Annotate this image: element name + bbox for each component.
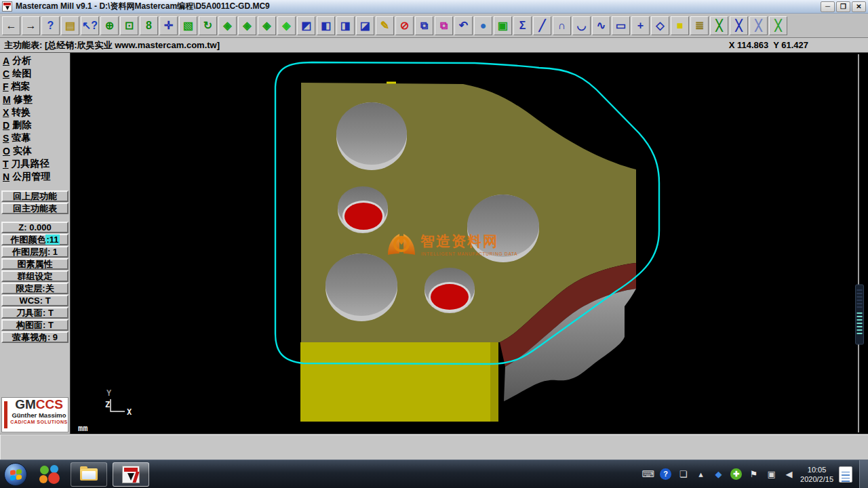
trim-two-icon-button[interactable]: ╳ xyxy=(730,16,748,35)
start-button[interactable] xyxy=(4,463,27,486)
hole-mid-left-red[interactable] xyxy=(338,186,388,233)
gview-cube-4-icon-button[interactable]: ◈ xyxy=(277,16,296,35)
notes-tray-icon[interactable] xyxy=(839,466,852,483)
menu-item-x[interactable]: X转换 xyxy=(0,106,70,119)
backup-menu-button[interactable]: 回上层功能 xyxy=(1,190,68,202)
menu-item-m[interactable]: M修整 xyxy=(0,93,70,106)
restore-button[interactable]: ❐ xyxy=(836,1,850,12)
repaint-icon-button[interactable]: ▧ xyxy=(179,16,197,35)
setting-button-8[interactable]: 构图面: T xyxy=(1,319,68,331)
gview-cube-3-icon-button[interactable]: ◈ xyxy=(258,16,276,35)
sigma-nc-icon-button[interactable]: Σ xyxy=(513,16,532,35)
keyboard-icon[interactable]: ⌨ xyxy=(642,468,654,480)
fillet-icon-button[interactable]: ◡ xyxy=(572,16,591,35)
cursor-coordinates: X 114.863 Y 61.427 xyxy=(729,40,808,50)
zoom-window-icon-button[interactable]: ⊡ xyxy=(120,16,138,35)
surface-patch-icon-button[interactable]: ◇ xyxy=(651,16,669,35)
rotate-gview-icon-button[interactable]: ↻ xyxy=(199,16,217,35)
graphics-viewport[interactable]: 智造资料网 INTELLIGENT MANUFACTURING DATA Y Z… xyxy=(71,53,868,434)
copy-entities-icon: ⧉ xyxy=(420,20,428,31)
antivirus-icon[interactable]: ✚ xyxy=(730,468,742,480)
menu-item-d[interactable]: D删除 xyxy=(0,119,70,131)
action-center-flag-icon[interactable]: ⚑ xyxy=(748,468,760,480)
spline-icon: ∿ xyxy=(597,20,606,31)
setting-button-1[interactable]: 作图颜色:11 xyxy=(1,234,68,245)
gview-cube-3-icon: ◈ xyxy=(262,20,271,31)
file-cabinet-icon-button[interactable]: ▤ xyxy=(61,16,79,35)
solids-manager-icon-button[interactable]: ▣ xyxy=(494,16,512,35)
view-iso-icon-button[interactable]: ◪ xyxy=(356,16,374,35)
point-icon-button[interactable]: + xyxy=(631,16,650,35)
menu-item-o[interactable]: O实体 xyxy=(0,144,70,157)
menu-item-s[interactable]: S萤幕 xyxy=(0,131,70,144)
setting-button-0[interactable]: Z: 0.000 xyxy=(1,222,68,233)
xform-entities-icon-button[interactable]: ⧉ xyxy=(435,16,453,35)
security-shield-icon[interactable]: ◆ xyxy=(713,468,724,480)
delete-entities-icon-button[interactable]: ⊘ xyxy=(395,16,414,35)
explorer-taskbar-button[interactable] xyxy=(71,462,107,487)
network-icon[interactable]: ▣ xyxy=(766,468,777,480)
arc-icon-button[interactable]: ∩ xyxy=(553,16,571,35)
forward-arrow-icon-button[interactable]: → xyxy=(22,16,40,35)
setting-button-5[interactable]: 限定层:关 xyxy=(1,283,68,294)
zoom-icon-button[interactable]: ⊕ xyxy=(100,16,119,35)
menu-item-t[interactable]: T刀具路径 xyxy=(0,157,70,170)
setting-button-7[interactable]: 刀具面: T xyxy=(1,307,68,319)
rotate-gview-icon: ↻ xyxy=(203,20,212,31)
delete-entities-icon: ⊘ xyxy=(400,20,409,31)
undo-icon-button[interactable]: ↶ xyxy=(454,16,473,35)
volume-icon[interactable]: ◀ xyxy=(783,468,795,480)
fit-screen-icon-button[interactable]: ✛ xyxy=(159,16,178,35)
window-title: Mastercam Mill v9.1 - D:\资料网Mastercam编程\… xyxy=(16,1,821,12)
setting-button-4[interactable]: 群组设定 xyxy=(1,270,68,282)
setting-button-6[interactable]: WCS: T xyxy=(1,295,68,306)
show-hidden-icons-button[interactable]: ▴ xyxy=(695,468,707,480)
rectangle-icon-button[interactable]: ▭ xyxy=(612,16,630,35)
trim-three-icon-button[interactable]: ╳ xyxy=(749,16,768,35)
menu-item-c[interactable]: C绘图 xyxy=(0,67,70,80)
stock-slab[interactable] xyxy=(300,342,498,422)
menu-item-f[interactable]: F档案 xyxy=(0,80,70,93)
hole-bottom-mid-red[interactable] xyxy=(425,268,475,313)
setting-button-2[interactable]: 作图层别: 1 xyxy=(1,246,68,258)
line-icon-button[interactable]: ╱ xyxy=(533,16,551,35)
restore-preview-icon[interactable]: ❏ xyxy=(677,468,689,480)
minimize-button[interactable]: ─ xyxy=(821,1,835,12)
spline-icon-button[interactable]: ∿ xyxy=(592,16,610,35)
mastercam-taskbar-button[interactable] xyxy=(113,462,149,487)
side-panel-handle[interactable] xyxy=(856,285,864,344)
zoom-scale-icon-button[interactable]: 8 xyxy=(140,16,158,35)
shade-sphere-icon-button[interactable]: ● xyxy=(474,16,492,35)
close-button[interactable]: ✕ xyxy=(852,1,866,12)
file-cabinet-icon: ▤ xyxy=(65,20,75,31)
back-arrow-icon-button[interactable]: ← xyxy=(2,16,20,35)
menu-item-a[interactable]: A分析 xyxy=(0,54,70,67)
copy-entities-icon-button[interactable]: ⧉ xyxy=(415,16,433,35)
mastercam-taskbar-icon xyxy=(122,466,140,483)
view-front-icon-button[interactable]: ◧ xyxy=(317,16,335,35)
gview-wire-cube-icon-button[interactable]: ◈ xyxy=(218,16,237,35)
setting-button-3[interactable]: 图素属性 xyxy=(1,258,68,270)
pencil-create-icon-button[interactable]: ✎ xyxy=(376,16,394,35)
operations-tree-icon-button[interactable]: ≣ xyxy=(690,16,709,35)
show-desktop-button[interactable] xyxy=(859,460,868,488)
main-menu-button[interactable]: 回主功能表 xyxy=(1,203,68,214)
watermark: 智造资料网 INTELLIGENT MANUFACTURING DATA xyxy=(388,233,517,256)
hole-bottom-left[interactable] xyxy=(326,253,397,321)
taskbar-clock[interactable]: 10:05 2020/2/15 xyxy=(800,465,833,484)
sigma-nc-icon: Σ xyxy=(519,20,526,31)
analyze-cursor-icon-button[interactable]: ↖? xyxy=(81,16,99,35)
gview-cube-2-icon-button[interactable]: ◈ xyxy=(238,16,256,35)
hole-top-left[interactable] xyxy=(336,102,407,170)
trim-divide-icon-button[interactable]: ╳ xyxy=(769,16,787,35)
trim-one-icon-button[interactable]: ╳ xyxy=(710,16,728,35)
browser-app-icon[interactable] xyxy=(39,464,60,485)
help-icon-button[interactable]: ? xyxy=(41,16,60,35)
view-top-icon-button[interactable]: ◩ xyxy=(297,16,315,35)
menu-item-n[interactable]: N公用管理 xyxy=(0,170,70,183)
input-help-icon[interactable]: ? xyxy=(660,468,671,480)
solid-box-icon-button[interactable]: ■ xyxy=(671,16,689,35)
setting-button-9[interactable]: 萤幕视角: 9 xyxy=(1,331,68,343)
view-side-icon-button[interactable]: ◨ xyxy=(336,16,355,35)
view-iso-icon: ◪ xyxy=(360,20,370,31)
